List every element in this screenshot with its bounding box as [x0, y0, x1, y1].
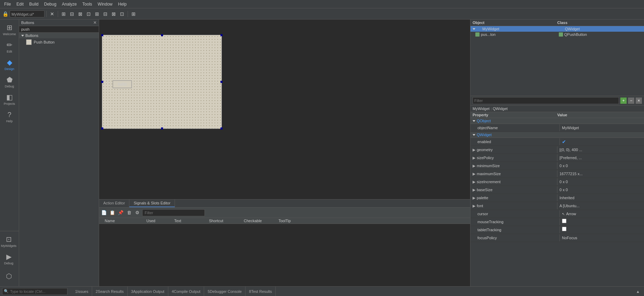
left-sidebar: ⊞ Welcome ✏ Edit ◆ Design ⬟ Debug ◧ Proj… — [0, 20, 19, 286]
handle-tr[interactable] — [220, 34, 223, 36]
toolbar-align-left[interactable]: ⊞ — [60, 10, 67, 18]
qobject-section[interactable]: QObject — [470, 118, 644, 124]
toolbar-layout-grid[interactable]: ⊟ — [102, 10, 109, 18]
prop-enabled-value[interactable]: ✔ — [560, 138, 644, 145]
toolbar-close-btn[interactable]: ✕ — [48, 10, 56, 18]
object-inspector-header: Object Class — [470, 20, 644, 26]
mywidget-expand-icon — [473, 28, 475, 30]
sidebar-item-design[interactable]: ◆ Design — [1, 56, 18, 73]
col-name: Name — [101, 219, 143, 223]
handle-br[interactable] — [220, 127, 223, 130]
prop-tablettracking-label: tabletTracking — [470, 226, 560, 233]
tab-search-results[interactable]: 2 Search Results — [92, 287, 128, 296]
menu-debug[interactable]: Debug — [41, 1, 59, 7]
tab-app-output-label: Application Output — [133, 289, 164, 294]
signals-slots-tab[interactable]: Signals & Slots Editor — [129, 200, 175, 207]
canvas-push-button[interactable]: hello — [113, 80, 132, 88]
action-settings-btn[interactable]: ⚙ — [134, 209, 141, 216]
menu-tools[interactable]: Tools — [80, 1, 95, 7]
qwidget-section[interactable]: QWidget — [470, 132, 644, 138]
status-tabs: 1 Issues 2 Search Results 3 Application … — [72, 287, 642, 296]
handle-tm[interactable] — [161, 34, 163, 36]
sidebar-item-projects-label: Projects — [4, 102, 15, 106]
mousetracking-checkbox[interactable] — [562, 219, 566, 223]
tab-compile-output[interactable]: 4 Compile Output — [168, 287, 204, 296]
tab-application-output[interactable]: 3 Application Output — [128, 287, 168, 296]
sidebar-item-mywidgets-label: MyWidgets — [1, 244, 17, 248]
prop-objectname-value[interactable]: MyWidget — [560, 124, 644, 131]
tab-issues[interactable]: 1 Issues — [72, 287, 92, 296]
sidebar-item-debug2[interactable]: ▶ Debug — [0, 250, 17, 267]
status-search-input[interactable] — [10, 289, 66, 294]
sidebar-item-mywidgets[interactable]: ⊡ MyWidgets — [0, 233, 17, 250]
widget-panel: Buttons ✕ Buttons btn Push Button — [19, 20, 99, 286]
tab-issues-label: Issues — [77, 289, 88, 294]
toolbar-layout-v[interactable]: ⊞ — [93, 10, 101, 18]
menu-help[interactable]: Help — [115, 1, 130, 7]
pushbutton-class-icon — [559, 32, 563, 37]
toolbar-layout-h[interactable]: ⊡ — [85, 10, 92, 18]
sidebar-item-projects[interactable]: ◧ Projects — [1, 91, 18, 108]
sidebar-item-debug[interactable]: ⬟ Debug — [1, 73, 18, 91]
menu-build[interactable]: Build — [26, 1, 41, 7]
tab-test-results[interactable]: 8 Test Results — [245, 287, 276, 296]
property-filter-input[interactable] — [473, 97, 619, 104]
widget-category-buttons[interactable]: Buttons — [19, 33, 99, 38]
menubar: File Edit Build Debug Analyze Tools Wind… — [0, 0, 644, 8]
menu-window[interactable]: Window — [95, 1, 115, 7]
action-filter-input[interactable] — [142, 209, 205, 216]
object-row-mywidget[interactable]: MyWidget QWidget — [470, 26, 644, 32]
sidebar-item-edit[interactable]: ✏ Edit — [1, 38, 18, 56]
prop-objectname-label: objectName — [470, 124, 560, 131]
menu-analyze[interactable]: Analyze — [59, 1, 80, 7]
widget-panel-close[interactable]: ✕ — [93, 20, 97, 25]
action-new-btn[interactable]: 📄 — [100, 209, 107, 216]
widget-item-pushbutton[interactable]: btn Push Button — [19, 38, 99, 46]
action-paste-btn[interactable]: 📌 — [117, 209, 124, 216]
prop-focuspolicy-label: focusPolicy — [470, 234, 560, 241]
widget-panel-search — [19, 26, 99, 33]
geometry-expand-arrow: ▶ — [473, 148, 475, 152]
widget-search-input[interactable] — [21, 27, 97, 31]
main-layout: ⊞ Welcome ✏ Edit ◆ Design ⬟ Debug ◧ Proj… — [0, 20, 644, 286]
toolbar-break-layout[interactable]: ⊠ — [110, 10, 118, 18]
action-copy-btn[interactable]: 📋 — [109, 209, 116, 216]
object-row-pushbutton[interactable]: pus...ton QPushButton — [470, 32, 644, 37]
toolbar-lock-btn[interactable]: 🔒 — [1, 10, 9, 18]
sidebar-item-debug3[interactable]: ⬡ — [0, 267, 17, 285]
projects-icon: ◧ — [6, 93, 13, 101]
handle-mr[interactable] — [220, 81, 223, 83]
menu-file[interactable]: File — [1, 1, 14, 7]
prop-cursor: cursor ↖Arrow — [470, 210, 644, 218]
mywidget-class-icon — [560, 27, 564, 31]
sidebar-item-help[interactable]: ? Help — [1, 108, 18, 125]
col-tooltip: ToolTip — [275, 219, 468, 223]
handle-ml[interactable] — [101, 81, 103, 83]
prop-filter-add-btn[interactable]: + — [620, 98, 627, 104]
handle-bl[interactable] — [101, 127, 103, 130]
handle-tl[interactable] — [101, 34, 103, 36]
debug-icon: ⬟ — [7, 76, 13, 84]
prop-filter-minus-btn[interactable]: − — [628, 98, 634, 104]
toolbar-align-right[interactable]: ⊠ — [77, 10, 84, 18]
tab-debugger-console[interactable]: 5 Debugger Console — [204, 287, 245, 296]
prop-mousetracking-value[interactable] — [560, 218, 644, 225]
action-table-body — [99, 224, 470, 286]
toolbar-align-center[interactable]: ⊟ — [68, 10, 76, 18]
action-delete-btn[interactable]: 🗑 — [126, 209, 132, 216]
tablettracking-checkbox[interactable] — [562, 227, 566, 231]
sidebar-item-welcome[interactable]: ⊞ Welcome — [1, 21, 18, 38]
prop-font: ▶font A [Ubuntu... — [470, 202, 644, 210]
sizepolicy-expand-arrow: ▶ — [473, 156, 475, 160]
canvas-area[interactable]: hello — [99, 20, 470, 199]
col-text: Text — [171, 219, 206, 223]
prop-filter-x-btn[interactable]: × — [636, 98, 642, 104]
toolbar-more[interactable]: ⊞ — [130, 10, 137, 18]
action-editor-tab[interactable]: Action Editor — [99, 200, 129, 207]
handle-bm[interactable] — [161, 127, 163, 130]
prop-tablettracking-value[interactable] — [560, 226, 644, 233]
menu-edit[interactable]: Edit — [14, 1, 26, 7]
up-arrow-icon[interactable]: ▲ — [636, 289, 640, 294]
toolbar-separator-1 — [46, 11, 47, 17]
toolbar-adjust-size[interactable]: ⊡ — [118, 10, 126, 18]
